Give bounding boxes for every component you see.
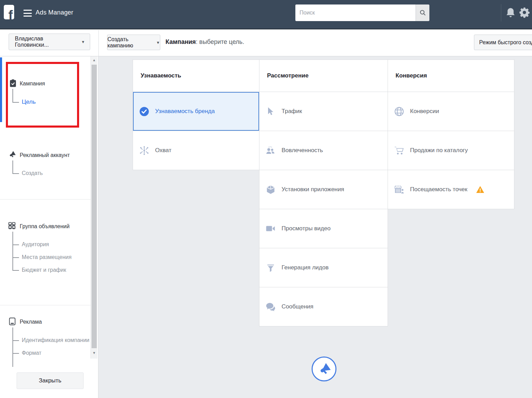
top-navigation-bar: f Ads Manager (0, 0, 532, 29)
campaign-step-status: Кампания: выберите цель. (165, 38, 244, 46)
toolbar-divider (98, 30, 99, 56)
topbar-divider (501, 4, 501, 21)
tree-line (12, 244, 19, 245)
objective-catalog-sales[interactable]: Продажи по каталогу (388, 131, 514, 170)
chevron-down-icon: ▼ (81, 40, 85, 44)
sidebar-item-placements[interactable]: Места размещения (22, 254, 72, 260)
close-button[interactable]: Закрыть (17, 372, 84, 389)
objective-column-awareness: Узнаваемость Узнаваемость бренда Охват (133, 59, 259, 170)
scroll-up-arrow-icon[interactable]: ▲ (91, 58, 97, 62)
objective-conversions[interactable]: Конверсии (388, 92, 514, 131)
objective-app-installs[interactable]: Установки приложения (259, 170, 388, 209)
objective-brand-awareness[interactable]: Узнаваемость бренда (133, 92, 259, 131)
sidebar-item-budget-schedule[interactable]: Бюджет и график (22, 267, 66, 273)
shopping-cart-icon (393, 145, 405, 156)
tree-line (12, 340, 19, 341)
objective-selection-area: Узнаваемость Узнаваемость бренда Охват (98, 56, 532, 398)
campaign-structure-sidebar: Кампания Цель Рекламный аккаунт Создать (0, 56, 98, 398)
sidebar-scrollbar[interactable]: ▲ ▼ (91, 56, 97, 359)
objective-engagement[interactable]: Вовлеченность (259, 131, 388, 170)
sidebar-item-format[interactable]: Формат (22, 350, 41, 356)
sidebar-item-objective[interactable]: Цель (22, 99, 36, 105)
tree-line (12, 327, 13, 367)
global-search (295, 4, 429, 21)
account-name: Владислав Головински... (15, 36, 78, 48)
status-caption: : выберите цель. (196, 38, 244, 45)
sidebar-divider (0, 305, 91, 305)
sidebar-item-campaign[interactable]: Кампания (20, 81, 45, 87)
people-icon (265, 145, 276, 156)
objective-messages[interactable]: Сообщения (259, 287, 388, 326)
objective-traffic[interactable]: Трафик (259, 92, 388, 131)
objective-lead-generation[interactable]: Генерация лидов (259, 248, 388, 287)
sidebar-item-ad[interactable]: Реклама (20, 319, 42, 325)
reach-icon (138, 145, 150, 156)
video-camera-icon (265, 223, 276, 234)
account-selector-dropdown[interactable]: Владислав Головински... ▼ (9, 34, 90, 50)
warning-triangle-icon (476, 186, 484, 193)
toolbar: Владислав Головински... ▼ Создать кампан… (0, 30, 532, 56)
quick-creation-mode-button[interactable]: Режим быстрого созда (474, 35, 532, 50)
sidebar-divider (0, 199, 91, 200)
search-input[interactable] (295, 4, 416, 21)
create-campaign-button[interactable]: Создать кампанию ▼ (107, 35, 160, 50)
check-circle-icon (138, 105, 150, 117)
objective-store-visits[interactable]: Посещаемость точек (388, 170, 514, 209)
column-header: Рассмотрение (259, 60, 388, 92)
sidebar-item-create-account[interactable]: Создать (22, 170, 43, 176)
objective-video-views[interactable]: Просмотры видео (259, 209, 388, 248)
ads-manager-screen: f Ads Manager Владислав Голови (0, 0, 532, 398)
hamburger-menu-icon[interactable] (23, 10, 32, 17)
facebook-logo-icon[interactable]: f (4, 5, 14, 19)
tree-line (12, 232, 13, 271)
tree-line (12, 173, 19, 174)
megaphone-cta-icon[interactable] (312, 357, 336, 381)
chevron-down-icon: ▼ (156, 40, 160, 45)
cube-icon (265, 184, 276, 195)
funnel-icon (265, 262, 276, 274)
column-header: Узнаваемость (133, 60, 259, 92)
campaign-checkbox-icon (9, 79, 17, 89)
tree-line (12, 89, 13, 103)
tree-line (12, 160, 13, 174)
sidebar-item-ad-account[interactable]: Рекламный аккаунт (20, 152, 70, 158)
active-section-indicator (0, 57, 2, 122)
column-header: Конверсия (388, 60, 514, 92)
sidebar-item-ad-set[interactable]: Группа объявлений (20, 223, 69, 230)
tree-line (12, 102, 19, 103)
globe-icon (393, 105, 405, 117)
settings-gear-icon[interactable] (519, 7, 530, 20)
notifications-bell-icon[interactable] (505, 7, 516, 20)
scrollbar-thumb[interactable] (92, 65, 97, 348)
app-title: Ads Manager (36, 9, 73, 16)
tree-line (12, 270, 19, 271)
tree-line (12, 257, 19, 258)
storefront-icon (393, 184, 405, 195)
ad-set-grid-icon (8, 222, 16, 231)
objective-column-conversion: Конверсия Конверсии Продажи по каталогу (388, 59, 514, 209)
cursor-icon (265, 105, 276, 117)
sidebar-item-audience[interactable]: Аудитория (22, 241, 49, 248)
chat-bubbles-icon (265, 301, 276, 313)
objective-column-consideration: Рассмотрение Трафик Вовлеченность (259, 59, 388, 326)
search-button[interactable] (416, 4, 429, 21)
scroll-down-arrow-icon[interactable]: ▼ (91, 351, 97, 355)
sidebar-item-identity[interactable]: Идентификация компании (22, 337, 89, 343)
objective-reach[interactable]: Охват (133, 131, 259, 170)
status-title: Кампания (165, 38, 196, 45)
tree-line (12, 353, 19, 354)
ad-device-icon (8, 317, 16, 327)
megaphone-icon (8, 150, 16, 160)
search-icon (419, 9, 426, 16)
